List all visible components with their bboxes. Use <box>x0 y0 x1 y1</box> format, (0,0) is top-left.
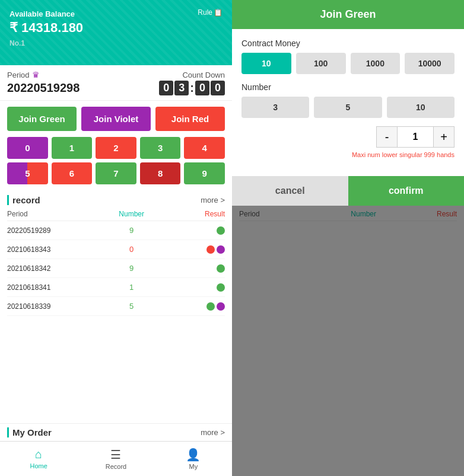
stepper-row: - 1 + <box>241 126 455 148</box>
contract-1000-button[interactable]: 1000 <box>351 53 401 74</box>
left-num-2[interactable]: 2 <box>96 137 136 159</box>
left-record-table: Period Number Result 20220519289 9 20210… <box>7 207 225 316</box>
table-row: 20210618343 0 <box>7 240 225 259</box>
table-row: 20210618339 5 <box>7 297 225 316</box>
left-num-9[interactable]: 9 <box>184 162 225 184</box>
contract-money-label: Contract Money <box>241 39 455 48</box>
nav-record-label: Record <box>106 463 126 470</box>
left-num-4[interactable]: 4 <box>184 137 225 159</box>
left-record-section: record more > Period Number Result 20220… <box>0 193 232 423</box>
modal-join-header: Join Green <box>232 0 464 29</box>
left-col-number: Number <box>100 210 163 218</box>
contract-options: 10 100 1000 10000 <box>241 53 455 74</box>
table-row: 20210618342 9 <box>7 259 225 278</box>
left-panel: Available Balance Rule 📋 ₹ 14318.180 No.… <box>0 0 232 476</box>
table-row: 20210618341 1 <box>7 278 225 297</box>
dot-purple-icon <box>217 245 225 254</box>
stepper-plus-button[interactable]: + <box>433 126 455 148</box>
dot-green-icon <box>217 226 225 235</box>
dot-purple-icon <box>217 302 225 311</box>
left-join-buttons: Join Green Join Violet Join Red <box>0 101 232 137</box>
stepper-minus-button[interactable]: - <box>376 126 398 148</box>
join-green-modal: Join Green Contract Money 10 100 1000 10… <box>232 0 464 206</box>
left-no-label: No.1 <box>9 39 223 47</box>
contract-100-button[interactable]: 100 <box>296 53 346 74</box>
left-num-1[interactable]: 1 <box>52 137 93 159</box>
number-options: 3 5 10 <box>241 97 455 118</box>
nav-my[interactable]: 👤 My <box>155 445 232 472</box>
nav-record[interactable]: ☰ Record <box>77 445 154 472</box>
left-period-label: Period ♛ <box>7 70 40 79</box>
left-my-order-more[interactable]: more > <box>201 428 225 437</box>
left-col-period: Period <box>7 210 100 218</box>
my-icon: 👤 <box>186 448 201 462</box>
left-record-title: record <box>7 195 40 205</box>
modal-cancel-button[interactable]: cancel <box>232 176 348 206</box>
nav-home-label: Home <box>30 462 47 469</box>
contract-10-button[interactable]: 10 <box>241 53 291 74</box>
dot-green-icon <box>217 264 225 273</box>
left-rule-button[interactable]: Rule 📋 <box>198 8 223 17</box>
crown-icon: ♛ <box>32 70 40 79</box>
table-row: 20220519289 9 <box>7 221 225 240</box>
left-countdown-display: 0 3 : 0 0 <box>159 81 225 95</box>
left-my-order-title: My Order <box>7 427 52 437</box>
right-panel: Available Balance Rule 📋 ₹ 14318.180 No.… <box>232 0 464 476</box>
modal-confirm-button[interactable]: confirm <box>348 176 465 206</box>
left-period-number: 20220519298 <box>7 81 80 95</box>
left-countdown-d0: 0 <box>159 81 173 95</box>
left-countdown-d3: 0 <box>211 81 225 95</box>
number-label: Number <box>241 82 455 92</box>
nav-my-label: My <box>189 463 198 470</box>
stepper-value: 1 <box>398 126 433 148</box>
nav-home[interactable]: ⌂ Home <box>0 445 77 472</box>
left-join-green-button[interactable]: Join Green <box>7 107 77 131</box>
dot-red-icon <box>206 245 215 254</box>
record-icon: ☰ <box>110 448 121 462</box>
left-balance-amount: ₹ 14318.180 <box>9 20 223 36</box>
left-bottom-nav: ⌂ Home ☰ Record 👤 My <box>0 441 232 476</box>
dot-green-icon <box>206 302 215 311</box>
home-icon: ⌂ <box>35 448 42 461</box>
left-header: Available Balance Rule 📋 ₹ 14318.180 No.… <box>0 0 232 65</box>
number-3-button[interactable]: 3 <box>241 97 309 118</box>
contract-10000-button[interactable]: 10000 <box>405 53 455 74</box>
left-join-violet-button[interactable]: Join Violet <box>81 107 151 131</box>
left-countdown-d1: 3 <box>174 81 189 95</box>
left-num-3[interactable]: 3 <box>140 137 181 159</box>
left-balance-label: Available Balance <box>9 9 75 18</box>
left-num-7[interactable]: 7 <box>96 162 136 184</box>
max-note: Maxi num lower singular 999 hands <box>241 151 455 158</box>
left-num-0[interactable]: 0 <box>7 137 48 159</box>
number-5-button[interactable]: 5 <box>314 97 382 118</box>
left-record-more[interactable]: more > <box>201 196 225 205</box>
left-num-6[interactable]: 6 <box>52 162 93 184</box>
left-period-section: Period ♛ Count Down 20220519298 0 3 : 0 … <box>0 65 232 101</box>
left-countdown-label: Count Down <box>182 71 225 79</box>
number-10-button[interactable]: 10 <box>387 97 455 118</box>
modal-footer: cancel confirm <box>232 176 464 206</box>
modal-body: Contract Money 10 100 1000 10000 Number … <box>232 29 464 176</box>
left-num-8[interactable]: 8 <box>140 162 181 184</box>
left-join-red-button[interactable]: Join Red <box>155 107 225 131</box>
left-num-5[interactable]: 5 <box>7 162 48 184</box>
left-countdown-d2: 0 <box>195 81 209 95</box>
left-my-order-section: My Order more > <box>0 423 232 441</box>
left-number-grid: 0 1 2 3 4 5 6 7 8 9 <box>0 137 232 193</box>
dot-green-icon <box>217 283 225 292</box>
left-col-result: Result <box>163 210 225 218</box>
